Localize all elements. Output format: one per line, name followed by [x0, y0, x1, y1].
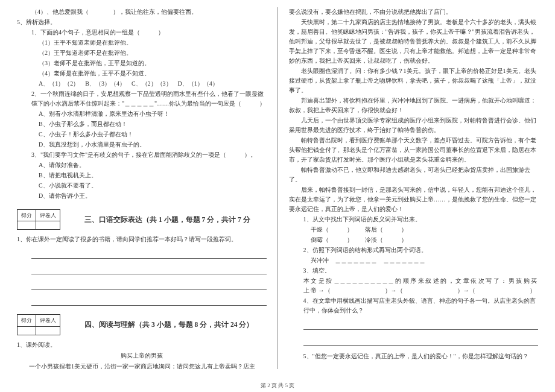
answer-line[interactable]: [31, 280, 267, 290]
answer-line[interactable]: [303, 320, 539, 330]
passage-para: 帕特鲁普激动不已，他立即和邦迪去感谢老头，可老头已经把杂货店卖掉，出国旅游去了。: [289, 165, 539, 185]
grader-cell-blank[interactable]: [36, 326, 60, 335]
q5-1: 1、下面的4个句子，意思相同的一组是（ ）: [17, 28, 267, 37]
q5-1-opt2: （2）王平知道老师不是在批评他。: [17, 48, 267, 58]
page-footer: 第 2 页 共 5 页: [0, 381, 555, 390]
q5-3: 3、"我们要学习文件"是有歧义的句子，接在它后面能消除歧义的一项是（ ）。: [17, 150, 267, 160]
answer-line[interactable]: [303, 336, 539, 346]
score-cell-blank[interactable]: [17, 221, 36, 230]
passage-para: 要么说没有，要么嫌他在捣乱，不由分说就把他撵出了店门。: [289, 7, 539, 17]
r-q1: 1、从文中找出下列词语的反义词并写出来。: [289, 215, 539, 224]
r-q3-body: 本 文 是 按 ＿＿＿＿＿＿＿＿＿＿ 的 顺 序 来 叙 述 的 ， 文 章 依…: [289, 276, 539, 296]
score-cell-blank[interactable]: [17, 326, 36, 335]
passage-para: 帕特鲁普出院时，看到医疗费账单那个天文数字，差点吓昏过去。可院方告诉他，有个老头…: [289, 136, 539, 165]
q5-2-optd: D、我真没想到，小水滴里是有虫子的。: [17, 140, 267, 150]
s4-q1: 1、课外阅读。: [17, 340, 267, 350]
passage-para: 后来，帕特鲁普接到一封信，是那老头写来的，信中说，年轻人，您能有邦迪这个侄儿，实…: [289, 185, 539, 214]
left-column: （4）、他总爱跟我（ ），我让他往东，他偏要往西。 5、辨析选择。 1、下面的4…: [17, 7, 267, 369]
section4-title: 四、阅读与理解（共 3 小题，每题 8 分，共计 24 分）: [84, 319, 253, 330]
page-container: （4）、他总爱跟我（ ），我让他往东，他偏要往西。 5、辨析选择。 1、下面的4…: [17, 7, 538, 369]
q5-1-opt4: （4）老师是在批评他，王平不是不知道。: [17, 69, 267, 78]
column-divider: [278, 7, 278, 369]
answer-line[interactable]: [31, 249, 267, 259]
q5-3-optc: C、小说就不要看了。: [17, 181, 267, 191]
passage-para: 邦迪喜出望外，将饮料抱在怀里，兴冲冲地回到了医院。一进病房，他就开心地叫嚷道：叔…: [289, 96, 539, 115]
q5-3-optd: D、请你告诉小王。: [17, 191, 267, 201]
score-hdr-2b: 评卷人: [36, 315, 60, 326]
passage-para: 天快黑时，第二十九家商店的店主热情地接待了男孩。老板是个六十多岁的老头，满头银发…: [289, 17, 539, 66]
q5-1-choices: A、（1）（2） B、（3）（4） C、（2）（3） D、（1）（4）: [17, 79, 267, 89]
score-box-3: 得分评卷人: [17, 209, 60, 230]
passage-p1: 一个小男孩捏着1美元硬币，沿街一家一家商店地询问：请问您这儿有上帝卖吗？店主: [17, 362, 267, 369]
answer-line[interactable]: [31, 296, 267, 306]
answer-line[interactable]: [31, 265, 267, 274]
q5-3-opta: A、请做好准备。: [17, 160, 267, 170]
q5-title: 5、辨析选择。: [17, 17, 267, 27]
right-column: 要么说没有，要么嫌他在捣乱，不由分说就把他撵出了店门。 天快黑时，第二十九家商店…: [289, 7, 539, 369]
section4-header: 得分评卷人 四、阅读与理解（共 3 小题，每题 8 分，共计 24 分）: [17, 314, 267, 335]
score-hdr-1: 得分: [17, 210, 36, 221]
r-q2-item: 兴冲冲 ＿＿＿＿＿＿＿ ＿＿＿＿＿＿＿: [289, 256, 539, 265]
score-hdr-1b: 得分: [17, 315, 36, 326]
q5-sub4: （4）、他总爱跟我（ ），我让他往东，他偏要往西。: [17, 7, 267, 17]
r-q2: 2、仿照下列词语的结构形式再写出两个词语。: [289, 245, 539, 255]
passage-title: 购买上帝的男孩: [17, 351, 267, 361]
r-q5: 5、"但您一定要永远记住，真正的上帝，是人们的爱心！"，你是怎样理解这句话的？: [289, 352, 539, 361]
section3-header: 得分评卷人 三、口语交际表达（共 1 小题，每题 7 分，共计 7 分: [17, 209, 267, 230]
r-q1-row2: 倒霉（ ） 冷淡（ ）: [289, 235, 539, 245]
q5-2-intro: 2、一个秋雨连绵的日子，安尼想观察一下晶莹透明的雨水里有些什么，他看了一眼显微镜…: [17, 89, 267, 109]
q5-3-optb: B、请把电视机关上。: [17, 171, 267, 180]
score-box-4: 得分评卷人: [17, 314, 60, 335]
section3-title: 三、口语交际表达（共 1 小题，每题 7 分，共计 7 分: [84, 214, 250, 225]
s3-q1: 1、你在课外一定阅读了很多的书籍，请向同学们推荐一本好吗？请写一段推荐词。: [17, 235, 267, 244]
r-q4: 4、在文章中用横线画出描写店主老头外貌、语言、神态的句子各一句。从店主老头的言行…: [289, 296, 539, 315]
q5-1-opt3: （3）老师不是在批评他，王平是知道的。: [17, 58, 267, 68]
grader-cell-blank[interactable]: [36, 221, 60, 230]
answer-line[interactable]: [303, 366, 539, 369]
passage-body: 要么说没有，要么嫌他在捣乱，不由分说就把他撵出了店门。 天快黑时，第二十九家商店…: [289, 7, 539, 214]
passage-para: 老头眼圈也湿润了。问：你有多少钱？1美元。孩子，眼下上帝的价格正好是1美元。老头…: [289, 66, 539, 95]
passage-para: 几天后，一个由世界顶尖医学专家组成的医疗小组来到医院，对帕特鲁普进行会诊。他们采…: [289, 116, 539, 135]
q5-2-optb: B、小虫子那么多，而且都在动！: [17, 119, 267, 129]
r-q1-row1: 干燥（ ） 落后（ ）: [289, 225, 539, 235]
score-hdr-2: 评卷人: [36, 210, 60, 221]
r-q3: 3、填空。: [289, 266, 539, 276]
q5-1-opt1: （1）王平不知道老师是在批评他。: [17, 38, 267, 48]
q5-2-opta: A、别看小水滴那样清澈，原来里边有小虫子呀！: [17, 109, 267, 119]
q5-2-optc: C、小虫子！那么多小虫子都在动！: [17, 130, 267, 139]
